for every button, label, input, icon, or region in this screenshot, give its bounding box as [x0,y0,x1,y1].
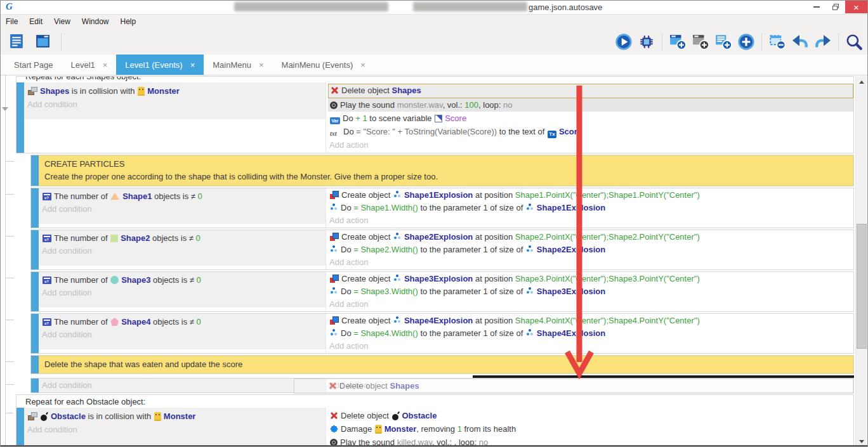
app-logo-icon: G [6,1,13,12]
events-sheet-button[interactable] [6,32,27,52]
scrollbar-thumb[interactable] [857,224,867,349]
sound-icon [330,101,338,109]
count-icon [43,193,51,200]
scene-window-button[interactable] [32,32,53,52]
particle-icon [330,287,338,295]
toolbar-separator [761,33,762,51]
monster-icon [154,412,161,421]
add-sub-event-button[interactable] [690,32,711,52]
condition-row[interactable]: Shapes is in collision with Monster [26,84,326,98]
add-condition-row[interactable]: Add condition [26,423,326,436]
close-button[interactable]: × [845,1,867,13]
comment-create-particles[interactable]: CREATE PARTICLES Create the proper one a… [30,155,854,186]
add-other-event-button[interactable] [736,32,756,52]
tab-mainmenu[interactable]: MainMenu× [204,55,272,75]
count-icon [43,318,51,326]
action-row-delete-shapes[interactable]: Delete object Shapes [328,84,853,98]
undo-button[interactable] [790,32,810,52]
tab-level1-events[interactable]: Level1 (Events)× [116,55,204,75]
tab-close-icon[interactable]: × [259,60,264,70]
tab-close-icon[interactable]: × [360,60,365,70]
add-condition-row[interactable]: Add condition [41,287,326,299]
action-row-scene-variable[interactable]: Do + 1 to scene variable Score [328,112,853,125]
tab-mainmenu-events[interactable]: MainMenu (Events)× [273,55,374,75]
search-button[interactable] [844,32,864,52]
action-row-create-object[interactable]: Create object Shape4Explosion at positio… [328,314,853,327]
menu-item-window[interactable]: Window [76,17,115,26]
event-bar [16,408,24,447]
add-action-row[interactable]: Add action [328,214,853,227]
tab-start-page[interactable]: Start Page [5,55,62,75]
scroll-up-icon[interactable] [856,77,867,87]
condition-row[interactable]: The number of Shape4 objects is ≠ 0 [41,316,326,328]
add-action-row[interactable]: Add action [328,340,853,353]
particle-icon [330,329,338,337]
condition-row[interactable]: The number of Shape1 objects is ≠ 0 [41,190,326,203]
add-condition-row[interactable]: Add condition [41,328,326,341]
toolbar-separator [662,33,662,51]
redo-button[interactable] [813,32,833,52]
add-action-row[interactable]: Add action [328,138,853,152]
clipped-event-header: Repeat for each Shapes object: [16,77,853,82]
repeat-event-header[interactable]: Repeat for each Obstacle object: [16,395,853,408]
txt-icon [330,130,341,138]
restore-button[interactable] [826,1,845,13]
damage-icon [330,425,338,433]
monster-icon [138,87,145,96]
minimize-button[interactable] [807,1,826,13]
comment-delete-shape[interactable]: Delete the shape that was eaten and upda… [30,355,854,374]
toolbar [0,29,868,55]
action-row-set-size[interactable]: Do = Shape3.Width() to the parameter 1 o… [328,285,853,298]
add-condition-row[interactable]: Add condition [41,379,326,392]
tab-close-icon[interactable]: × [103,60,108,70]
condition-row[interactable]: The number of Shape2 objects is ≠ 0 [41,232,326,245]
menu-item-edit[interactable]: Edit [23,17,48,26]
action-row-set-size[interactable]: Do = Shape4.Width() to the parameter 1 o… [328,327,853,340]
add-action-row[interactable]: Add action [328,298,853,311]
create-icon [330,316,339,325]
action-row-create-object[interactable]: Create object Shape2Explosion at positio… [328,231,853,243]
add-comment-button[interactable] [713,32,733,52]
search-icon [845,33,863,51]
add-condition-row[interactable]: Add condition [41,203,326,216]
event-repeat-shapes: Repeat for each Shapes object: Shapes is… [16,76,854,153]
action-row-set-size[interactable]: Do = Shape2.Width() to the parameter 1 o… [328,243,853,256]
action-row-create-object[interactable]: Create object Shape3Explosion at positio… [328,273,853,285]
restore-icon [832,4,839,10]
action-row-set-size[interactable]: Do = Shape1.Width() to the parameter 1 o… [328,202,853,214]
x-icon [330,411,338,420]
add-event-button[interactable] [667,32,688,52]
menu-item-file[interactable]: File [0,17,23,26]
close-icon: × [853,2,859,13]
events-scrollbar[interactable] [855,76,867,447]
particle-icon [526,287,534,295]
preview-button[interactable] [614,32,634,52]
event-bar [31,272,39,311]
action-row-create-object[interactable]: Create object Shape1Explosion at positio… [328,189,853,202]
menu-item-view[interactable]: View [48,17,76,26]
undo-icon [791,33,809,51]
condition-row[interactable]: The number of Shape3 objects is ≠ 0 [41,274,326,287]
add-condition-row[interactable]: Add condition [41,245,326,257]
add-action-row[interactable]: Add action [328,256,853,269]
tab-close-icon[interactable]: × [190,60,195,70]
condition-row[interactable]: Obstacle is in collision with Monster [26,410,326,423]
action-row-damage-monster[interactable]: Damage Monster, removing 1 from its heal… [328,422,853,436]
collapse-expander-icon[interactable] [2,107,8,111]
drag-ghost[interactable]: Delete object Shapes [294,379,853,394]
action-row-delete-obstacle[interactable]: Delete object Obstacle [328,409,853,422]
tab-level1[interactable]: Level1× [62,55,116,75]
add-condition-row[interactable]: Add condition [26,98,326,111]
particle-icon [330,245,338,254]
event-bar [16,82,24,153]
debug-button[interactable] [636,32,657,52]
menu-item-help[interactable]: Help [115,17,142,26]
action-row-play-sound[interactable]: Play the sound monster.wav, vol.: 100, l… [328,98,853,112]
action-row-text-of-score[interactable]: Do = "Score: " + ToString(Variable(Score… [328,125,853,138]
comment-text: Create the proper one according to the s… [44,171,848,183]
add-event-icon [669,33,687,51]
collision-icon [28,87,37,95]
add-sub-event-icon [692,33,709,51]
remove-event-button[interactable] [767,32,787,52]
create-icon [330,191,339,199]
